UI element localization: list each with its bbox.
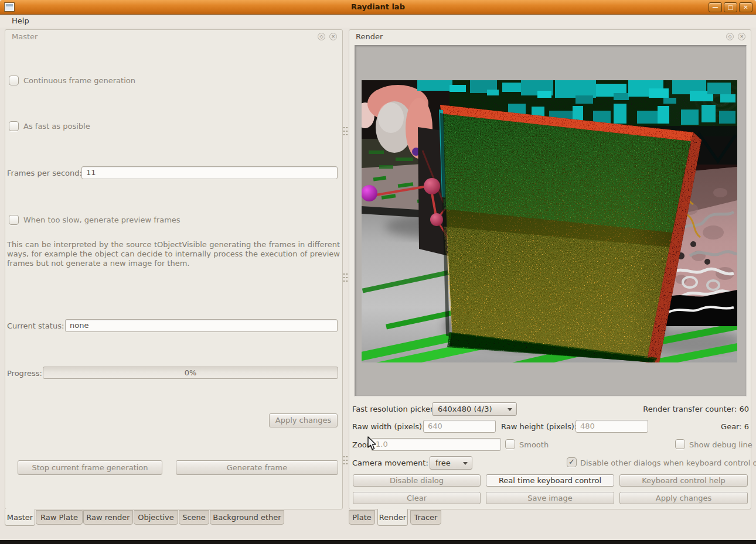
tab-master[interactable]: Master <box>5 509 35 526</box>
tab-tracer[interactable]: Tracer <box>410 510 441 525</box>
realtime-keyboard-button[interactable]: Real time keyboard control <box>486 474 614 487</box>
maximize-button[interactable]: □ <box>724 2 737 12</box>
smooth-checkbox[interactable] <box>505 439 515 449</box>
fps-input[interactable]: 11 <box>81 166 338 179</box>
tab-raw-render[interactable]: Raw render <box>83 510 133 525</box>
raw-width-input[interactable]: 640 <box>423 420 496 433</box>
as-fast-checkbox[interactable] <box>9 121 19 131</box>
camera-movement-label: Camera movement: <box>352 459 428 467</box>
tab-render[interactable]: Render <box>377 509 408 526</box>
raw-height-input[interactable]: 480 <box>575 420 648 433</box>
generate-frame-button[interactable]: Generate frame <box>176 460 338 475</box>
tab-raw-plate[interactable]: Raw Plate <box>36 510 83 525</box>
close-panel-icon[interactable]: ✕ <box>738 33 745 40</box>
checkmark-icon: ✓ <box>568 457 575 466</box>
resolution-select[interactable]: 640x480 (4/3) <box>432 402 517 416</box>
tab-plate[interactable]: Plate <box>349 510 375 525</box>
status-input[interactable]: none <box>65 319 338 332</box>
save-image-button[interactable]: Save image <box>486 492 614 504</box>
disable-dialog-button[interactable]: Disable dialog <box>353 474 481 487</box>
detach-panel-icon[interactable]: ◇ <box>726 33 734 40</box>
stop-generation-button[interactable]: Stop current frame generation <box>18 460 162 475</box>
master-panel: Master ◇ ✕ <box>5 29 343 509</box>
titlebar[interactable]: Raydiant lab — □ ✕ <box>0 0 756 15</box>
smooth-label: Smooth <box>519 440 549 449</box>
progress-bar: 0% <box>43 367 338 379</box>
disable-dialogs-label: Disable other dialogs when keyboard cont… <box>580 459 756 467</box>
tab-background-ether[interactable]: Background ether <box>210 510 284 525</box>
clear-button[interactable]: Clear <box>353 492 481 504</box>
app-window: Raydiant lab — □ ✕ Help Master ◇ ✕ Conti… <box>0 0 756 544</box>
mouse-cursor <box>367 436 377 451</box>
show-debug-label: Show debug line <box>689 440 752 449</box>
zoom-input[interactable]: 1.0 <box>371 438 501 451</box>
raw-height-label: Raw height (pixels): <box>501 422 577 431</box>
disable-dialogs-checkbox[interactable]: ✓ <box>567 457 577 467</box>
chevron-down-icon <box>463 462 468 465</box>
render-panel-title: Render <box>356 32 383 41</box>
master-panel-title: Master <box>12 32 38 41</box>
continuous-frame-label: Continuous frame generation <box>23 76 135 85</box>
apply-changes-button-render[interactable]: Apply changes <box>619 492 748 504</box>
resolution-label: Fast resolution picker: <box>352 405 436 413</box>
preview-note: This can be interpreted by the source tO… <box>7 240 340 268</box>
close-button[interactable]: ✕ <box>739 2 752 12</box>
transfer-counter: Render transfer counter: 60 <box>643 405 749 413</box>
camera-movement-value: free <box>435 459 451 467</box>
preview-frames-label: When too slow, generate preview frames <box>23 215 181 224</box>
raw-width-label: Raw width (pixels): <box>352 422 425 431</box>
gear-counter: Gear: 6 <box>721 422 749 431</box>
render-image[interactable] <box>362 80 737 362</box>
as-fast-label: As fast as posible <box>23 122 90 131</box>
preview-frames-checkbox[interactable] <box>9 215 19 225</box>
chevron-down-icon <box>508 408 512 411</box>
minimize-button[interactable]: — <box>709 2 722 12</box>
show-debug-checkbox[interactable] <box>675 439 685 449</box>
splitter-grip[interactable] <box>343 273 348 283</box>
close-panel-icon[interactable]: ✕ <box>329 33 337 40</box>
window-bottom-edge <box>0 540 756 544</box>
keyboard-help-button[interactable]: Keyboard control help <box>619 474 748 487</box>
tab-objective[interactable]: Objective <box>134 510 178 525</box>
continuous-frame-checkbox[interactable] <box>9 76 19 85</box>
apply-changes-button[interactable]: Apply changes <box>269 413 338 427</box>
progress-label: Progress: <box>7 369 42 378</box>
fps-label: Frames per second: <box>7 169 82 177</box>
tab-scene[interactable]: Scene <box>179 510 209 525</box>
window-title: Raydiant lab <box>0 2 756 11</box>
status-label: Current status: <box>7 321 64 330</box>
resolution-value: 640x480 (4/3) <box>438 405 492 413</box>
splitter-grip[interactable] <box>343 456 348 466</box>
detach-panel-icon[interactable]: ◇ <box>318 33 325 40</box>
scene-cube <box>439 105 701 362</box>
camera-movement-select[interactable]: free <box>430 456 472 470</box>
splitter-grip[interactable] <box>343 126 348 136</box>
menubar: Help <box>0 15 756 28</box>
menu-help[interactable]: Help <box>7 16 34 26</box>
